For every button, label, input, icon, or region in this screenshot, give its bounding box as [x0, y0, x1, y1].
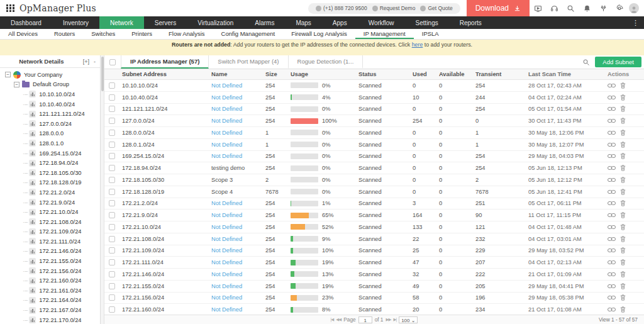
subnet-name-link[interactable]: Not Defined: [211, 153, 242, 159]
row-checkbox[interactable]: [109, 165, 115, 171]
page-size-select[interactable]: 100 ⌄: [399, 316, 418, 323]
row-checkbox[interactable]: [109, 271, 115, 277]
nav-item-dashboard[interactable]: Dashboard: [0, 16, 52, 29]
sidebar-scrollbar-thumb[interactable]: [101, 57, 104, 91]
associate-link-icon[interactable]: [608, 130, 616, 136]
delete-trash-icon[interactable]: [620, 153, 626, 159]
add-subnet-button[interactable]: Add Subnet: [595, 57, 641, 67]
subnet-name-link[interactable]: Not Defined: [211, 106, 242, 112]
next-page-button[interactable]: ▶▶: [386, 317, 391, 322]
table-search-icon[interactable]: [577, 55, 595, 69]
tree-group-default-group[interactable]: − Default Group: [0, 80, 100, 90]
tab-ip-address-manager-57-[interactable]: IP Address Manager (57): [121, 55, 209, 69]
collapse-expander-icon[interactable]: −: [14, 82, 19, 87]
associate-link-icon[interactable]: [608, 306, 616, 313]
tree-item-subnet[interactable]: ·–172.21.161.0/24: [0, 286, 100, 296]
row-checkbox[interactable]: [109, 200, 115, 206]
associate-link-icon[interactable]: [608, 236, 616, 242]
get-quote-link[interactable]: Get Quote: [420, 5, 452, 11]
subnet-name-link[interactable]: Not Defined: [211, 94, 242, 101]
row-checkbox[interactable]: [109, 189, 115, 195]
row-checkbox[interactable]: [109, 224, 115, 230]
subnet-name-link[interactable]: Not Defined: [211, 130, 242, 136]
subnet-name-link[interactable]: Not Defined: [211, 224, 242, 230]
tree-item-subnet[interactable]: ·–172.21.109.0/24: [0, 227, 100, 237]
subnet-name-link[interactable]: Not Defined: [211, 82, 242, 89]
associate-link-icon[interactable]: [608, 283, 616, 289]
tree-item-subnet[interactable]: ·–10.10.40.0/24: [0, 99, 100, 109]
delete-trash-icon[interactable]: [620, 236, 626, 242]
tree-item-subnet[interactable]: ·–172.21.156.0/24: [0, 266, 100, 276]
search-icon[interactable]: [562, 0, 579, 16]
delete-trash-icon[interactable]: [620, 189, 626, 195]
nav-item-maps[interactable]: Maps: [285, 16, 321, 29]
subnet-name-link[interactable]: Not Defined: [211, 142, 242, 148]
download-button[interactable]: Download: [467, 0, 530, 16]
tree-item-subnet[interactable]: ·–172.21.2.0/24: [0, 187, 100, 198]
column-header-size[interactable]: Size: [265, 71, 291, 77]
associate-link-icon[interactable]: [608, 165, 616, 171]
nav-item-workflow[interactable]: Workflow: [358, 16, 405, 29]
associate-link-icon[interactable]: [608, 177, 616, 183]
row-checkbox[interactable]: [109, 118, 115, 124]
associate-link-icon[interactable]: [608, 247, 616, 254]
tree-item-subnet[interactable]: ·–128.0.1.0: [0, 138, 100, 148]
tree-item-subnet[interactable]: ·–172.21.160.0/24: [0, 276, 100, 286]
row-checkbox[interactable]: [109, 130, 115, 136]
delete-trash-icon[interactable]: [620, 200, 626, 206]
subnet-name-link[interactable]: Not Defined: [211, 200, 242, 206]
delete-trash-icon[interactable]: [620, 247, 626, 254]
subnav-item-flow-analysis[interactable]: Flow Analysis: [160, 29, 213, 39]
apps-grid-icon[interactable]: [6, 4, 14, 13]
tree-root-your-company[interactable]: − Your Company: [0, 70, 100, 80]
associate-link-icon[interactable]: [608, 106, 616, 112]
tree-item-subnet[interactable]: ·–172.21.111.0/24: [0, 237, 100, 247]
row-checkbox[interactable]: [109, 212, 115, 218]
column-header-used[interactable]: Used: [413, 71, 439, 77]
associate-link-icon[interactable]: [608, 189, 616, 195]
support-headset-icon[interactable]: [546, 0, 562, 16]
delete-trash-icon[interactable]: [620, 259, 626, 265]
subnet-name-link[interactable]: Not Defined: [211, 247, 242, 254]
tree-item-subnet[interactable]: ·–172.18.128.0/19: [0, 178, 100, 188]
associate-link-icon[interactable]: [608, 142, 616, 148]
delete-trash-icon[interactable]: [620, 306, 626, 313]
column-header-subnet-address[interactable]: Subnet Address: [122, 71, 211, 77]
associate-link-icon[interactable]: [608, 153, 616, 159]
notifications-bell-icon[interactable]: [579, 0, 595, 16]
row-checkbox[interactable]: [109, 82, 115, 89]
user-avatar[interactable]: [629, 3, 639, 13]
tree-item-subnet[interactable]: ·–172.21.167.0/24: [0, 305, 100, 315]
prev-page-button[interactable]: ◀◀: [336, 317, 341, 322]
subnet-name-link[interactable]: Not Defined: [211, 212, 242, 218]
column-header-available[interactable]: Available: [439, 71, 475, 77]
tree-item-subnet[interactable]: ·–172.21.170.0/24: [0, 315, 100, 324]
subnav-item-ip-management[interactable]: IP Management: [355, 29, 414, 39]
nav-overflow-kebab-icon[interactable]: ⋮: [627, 16, 644, 29]
delete-trash-icon[interactable]: [620, 224, 626, 230]
nav-item-settings[interactable]: Settings: [405, 16, 449, 29]
tree-item-subnet[interactable]: ·–169.254.15.0/24: [0, 148, 100, 159]
nav-item-alarms[interactable]: Alarms: [244, 16, 285, 29]
tree-item-subnet[interactable]: ·–172.18.105.0/30: [0, 168, 100, 178]
row-checkbox[interactable]: [109, 106, 115, 112]
row-checkbox[interactable]: [109, 153, 115, 159]
row-checkbox[interactable]: [109, 94, 115, 101]
tree-item-subnet[interactable]: ·–172.21.10.0/24: [0, 207, 100, 217]
associate-link-icon[interactable]: [608, 224, 616, 230]
associate-link-icon[interactable]: [608, 200, 616, 206]
tree-item-subnet[interactable]: ·–172.21.164.0/24: [0, 296, 100, 306]
subnav-item-firewall-log-analysis[interactable]: Firewall Log Analysis: [283, 29, 355, 39]
banner-here-link[interactable]: here: [412, 42, 423, 48]
subnav-item-config-management[interactable]: Config Management: [213, 29, 284, 39]
tree-item-subnet[interactable]: ·–172.21.9.0/24: [0, 198, 100, 208]
subnet-name-link[interactable]: Not Defined: [211, 294, 242, 301]
subnet-name-link[interactable]: Not Defined: [211, 236, 242, 242]
nav-item-inventory[interactable]: Inventory: [52, 16, 99, 29]
tree-item-subnet[interactable]: ·–172.21.155.0/24: [0, 256, 100, 266]
associate-link-icon[interactable]: [608, 82, 616, 89]
nav-item-network[interactable]: Network: [99, 16, 144, 29]
column-header-transient[interactable]: Transient: [475, 71, 528, 77]
subnav-item-ipsla[interactable]: IPSLA: [414, 29, 447, 39]
collapse-all-button[interactable]: -: [94, 59, 96, 65]
